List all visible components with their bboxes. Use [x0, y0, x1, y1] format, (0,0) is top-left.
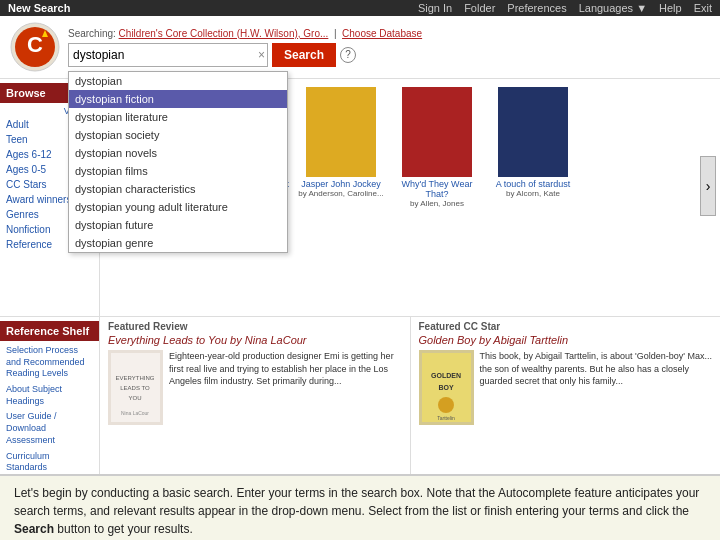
search-input-wrapper: × dystopiandystopian fictiondystopian li… — [68, 43, 268, 67]
book-title[interactable]: Why'd They Wear That? — [392, 179, 482, 199]
next-arrow[interactable]: › — [700, 156, 716, 216]
svg-text:YOU: YOU — [128, 395, 141, 401]
featured-cc-star-cover: GOLDEN BOY Tarttelin — [419, 350, 474, 425]
featured-review-text: Eighteen-year-old production designer Em… — [169, 350, 402, 425]
preferences-link[interactable]: Preferences — [507, 2, 566, 14]
autocomplete-item[interactable]: dystopian future — [69, 216, 287, 234]
featured-cc-star-title[interactable]: Golden Boy by Abigail Tarttelin — [419, 334, 713, 346]
new-search-label[interactable]: New Search — [8, 2, 70, 14]
featured-cc-star-label: Featured CC Star — [419, 321, 713, 332]
book-cover[interactable] — [498, 87, 568, 177]
help-link[interactable]: Help — [659, 2, 682, 14]
autocomplete-item[interactable]: dystopian novels — [69, 144, 287, 162]
svg-text:LEADS TO: LEADS TO — [120, 385, 150, 391]
help-circle-icon[interactable]: ? — [340, 47, 356, 63]
choose-database-link[interactable]: Choose Database — [342, 28, 422, 39]
book-author: by Allen, Jones — [410, 199, 464, 208]
searching-line: Searching: Children's Core Collection (H… — [68, 28, 710, 39]
autocomplete-item[interactable]: dystopian society — [69, 126, 287, 144]
featured-cc-star-content: GOLDEN BOY Tarttelin This book, by Abiga… — [419, 350, 713, 425]
reference-shelf-item[interactable]: Selection Process and Recommended Readin… — [0, 343, 99, 382]
book-author: by Alcorn, Kate — [506, 189, 560, 198]
main-wrapper: Demonstration Customer C Searching: Chil… — [0, 16, 720, 540]
tutorial-bold-word: Search — [14, 522, 54, 536]
book-item: Jasper John Jockeyby Anderson, Caroline.… — [296, 87, 386, 208]
autocomplete-item[interactable]: dystopian characteristics — [69, 180, 287, 198]
book-title[interactable]: Jasper John Jockey — [301, 179, 381, 189]
searching-prefix: Searching: — [68, 28, 116, 39]
bottom-section: Reference Shelf Selection Process and Re… — [0, 316, 720, 496]
tutorial-overlay: Let's begin by conducting a basic search… — [0, 474, 720, 540]
book-cover[interactable] — [402, 87, 472, 177]
autocomplete-item[interactable]: dystopian young adult literature — [69, 198, 287, 216]
search-button[interactable]: Search — [272, 43, 336, 67]
featured-review-title[interactable]: Everything Leads to You by Nina LaCour — [108, 334, 402, 346]
autocomplete-item[interactable]: dystopian fiction — [69, 90, 287, 108]
reference-shelf-header: Reference Shelf — [0, 321, 99, 341]
reference-shelf-item[interactable]: Curriculum Standards — [0, 449, 99, 476]
svg-text:Tarttelin: Tarttelin — [437, 415, 455, 421]
book-item: Why'd They Wear That?by Allen, Jones — [392, 87, 482, 208]
autocomplete-item[interactable]: dystopian — [69, 72, 287, 90]
reference-shelf-item[interactable]: User Guide / Download Assessment — [0, 409, 99, 448]
search-bar: × dystopiandystopian fictiondystopian li… — [68, 43, 710, 67]
book-title[interactable]: A touch of stardust — [496, 179, 571, 189]
autocomplete-item[interactable]: dystopian genre — [69, 234, 287, 252]
book-author: by Anderson, Caroline... — [298, 189, 383, 198]
featured-review-cover: EVERYTHING LEADS TO YOU Nina LaCour — [108, 350, 163, 425]
reference-shelf-item[interactable]: About Subject Headings — [0, 382, 99, 409]
reference-shelf-panel: Reference Shelf Selection Process and Re… — [0, 317, 100, 496]
search-input[interactable] — [68, 43, 268, 67]
svg-text:Nina LaCour: Nina LaCour — [121, 410, 149, 416]
autocomplete-item[interactable]: dystopian literature — [69, 108, 287, 126]
svg-text:C: C — [27, 32, 43, 57]
autocomplete-item[interactable]: dystopian films — [69, 162, 287, 180]
book-cover[interactable] — [306, 87, 376, 177]
autocomplete-dropdown: dystopiandystopian fictiondystopian lite… — [68, 71, 288, 253]
header: C Searching: Children's Core Collection … — [0, 16, 720, 79]
languages-link[interactable]: Languages ▼ — [579, 2, 647, 14]
svg-text:GOLDEN: GOLDEN — [431, 372, 461, 379]
featured-cc-star-text: This book, by Abigail Tarttelin, is abou… — [480, 350, 713, 425]
svg-text:BOY: BOY — [438, 384, 454, 391]
database-link[interactable]: Children's Core Collection (H.W. Wilson)… — [119, 28, 329, 39]
tutorial-text-after: button to get your results. — [54, 522, 193, 536]
svg-text:EVERYTHING: EVERYTHING — [116, 375, 155, 381]
featured-cc-star-panel: Featured CC Star Golden Boy by Abigail T… — [411, 317, 721, 496]
signin-link[interactable]: Sign In — [418, 2, 452, 14]
exit-link[interactable]: Exit — [694, 2, 712, 14]
folder-link[interactable]: Folder — [464, 2, 495, 14]
svg-point-14 — [438, 397, 454, 413]
featured-review-content: EVERYTHING LEADS TO YOU Nina LaCour Eigh… — [108, 350, 402, 425]
book-item: A touch of stardustby Alcorn, Kate — [488, 87, 578, 208]
tutorial-text-before: Let's begin by conducting a basic search… — [14, 486, 699, 518]
featured-review-panel: Featured Review Everything Leads to You … — [100, 317, 411, 496]
logo[interactable]: C — [10, 22, 60, 72]
featured-review-label: Featured Review — [108, 321, 402, 332]
top-bar: New Search Sign In Folder Preferences La… — [0, 0, 720, 16]
header-right: Searching: Children's Core Collection (H… — [68, 28, 710, 67]
clear-button[interactable]: × — [258, 49, 265, 61]
